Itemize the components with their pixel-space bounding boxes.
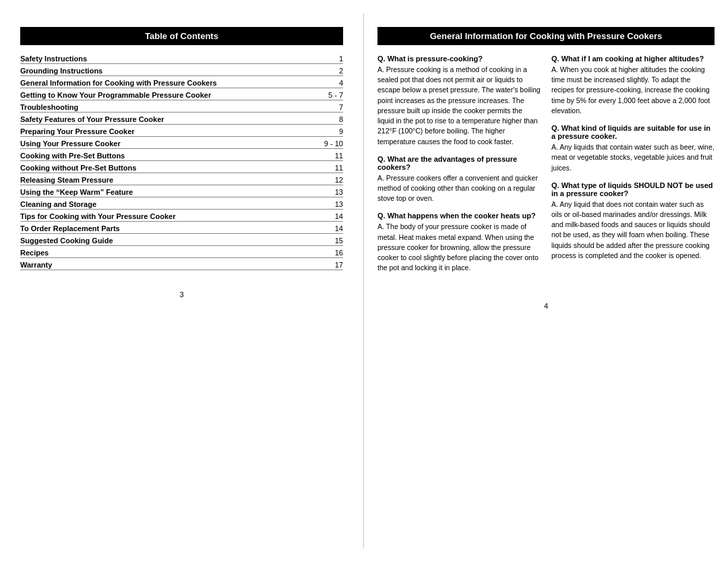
toc-item-page: 13	[332, 188, 343, 196]
toc-list: Safety Instructions1Grounding Instructio…	[20, 55, 343, 270]
toc-item: Cooking without Pre-Set Buttons11	[20, 164, 343, 173]
toc-item-label: Using Your Pressure Cooker	[20, 139, 322, 148]
right-page: General Information for Cooking with Pre…	[364, 13, 728, 549]
toc-item: Safety Instructions1	[20, 55, 343, 64]
toc-item: Grounding Instructions2	[20, 67, 343, 76]
toc-item: Getting to Know Your Programmable Pressu…	[20, 91, 343, 100]
toc-item-label: Troubleshooting	[20, 103, 336, 111]
toc-item-label: Preparing Your Pressure Cooker	[20, 127, 336, 135]
qa-answer: A. Pressure cookers offer a convenient a…	[377, 173, 541, 204]
toc-item-label: Cleaning and Storage	[20, 200, 332, 208]
toc-item-label: Safety Features of Your Pressure Cooker	[20, 115, 336, 123]
qa-block-0-0: Q. What is pressure-cooking?A. Pressure …	[377, 55, 541, 147]
toc-item: Cooking with Pre-Set Buttons11	[20, 152, 343, 161]
toc-item-label: Warranty	[20, 261, 332, 269]
toc-item-label: Safety Instructions	[20, 55, 336, 63]
qa-answer: A. The body of your pressure cooker is m…	[377, 222, 541, 273]
toc-item-label: Tips for Cooking with Your Pressure Cook…	[20, 212, 332, 220]
toc-item: Warranty17	[20, 261, 343, 270]
toc-item-page: 2	[336, 67, 343, 75]
qa-question: Q. What kind of liquids are suitable for…	[551, 124, 715, 140]
toc-item-page: 15	[332, 237, 343, 245]
toc-item-label: Using the “Keep Warm” Feature	[20, 188, 332, 196]
toc-item: Tips for Cooking with Your Pressure Cook…	[20, 212, 343, 222]
toc-item-page: 11	[332, 164, 343, 172]
toc-item: To Order Replacement Parts14	[20, 224, 343, 234]
toc-item-label: Recipes	[20, 249, 332, 257]
toc-item: Using the “Keep Warm” Feature13	[20, 188, 343, 197]
toc-item-label: Getting to Know Your Programmable Pressu…	[20, 91, 326, 99]
right-title: General Information for Cooking with Pre…	[377, 27, 715, 45]
toc-item-page: 8	[336, 115, 343, 123]
toc-item-page: 5 - 7	[326, 91, 343, 99]
qa-answer: A. When you cook at higher altitudes the…	[551, 65, 715, 116]
qa-question: Q. What if I am cooking at higher altitu…	[551, 55, 715, 63]
toc-item-label: Cooking without Pre-Set Buttons	[20, 164, 332, 172]
qa-question: Q. What type of liquids SHOULD NOT be us…	[551, 181, 715, 197]
qa-block-1-1: Q. What kind of liquids are suitable for…	[551, 124, 715, 173]
qa-column-1: Q. What if I am cooking at higher altitu…	[551, 55, 715, 282]
qa-answer: A. Any liquid that does not contain wate…	[551, 199, 715, 261]
toc-item-page: 4	[336, 79, 343, 87]
qa-block-0-1: Q. What are the advantages of pressure c…	[377, 155, 541, 204]
toc-item: Releasing Steam Pressure12	[20, 176, 343, 185]
toc-item: Troubleshooting7	[20, 103, 343, 113]
qa-block-1-0: Q. What if I am cooking at higher altitu…	[551, 55, 715, 116]
qa-columns: Q. What is pressure-cooking?A. Pressure …	[377, 55, 715, 282]
toc-item-label: Suggested Cooking Guide	[20, 237, 332, 245]
toc-item-page: 11	[332, 152, 343, 160]
toc-item-page: 17	[332, 261, 343, 269]
right-page-number: 4	[377, 302, 715, 310]
toc-item: General Information for Cooking with Pre…	[20, 79, 343, 88]
toc-item-page: 16	[332, 249, 343, 257]
qa-question: Q. What happens when the cooker heats up…	[377, 212, 541, 220]
toc-item-page: 9	[336, 127, 343, 135]
toc-item: Suggested Cooking Guide15	[20, 237, 343, 246]
qa-block-0-2: Q. What happens when the cooker heats up…	[377, 212, 541, 273]
toc-item: Using Your Pressure Cooker9 - 10	[20, 139, 343, 149]
toc-item-page: 13	[332, 200, 343, 208]
toc-item: Safety Features of Your Pressure Cooker8	[20, 115, 343, 125]
left-page: Table of Contents Safety Instructions1Gr…	[0, 13, 364, 549]
toc-item-page: 7	[336, 103, 343, 111]
toc-item: Preparing Your Pressure Cooker9	[20, 127, 343, 137]
toc-title: Table of Contents	[20, 27, 343, 45]
toc-item-label: Releasing Steam Pressure	[20, 176, 332, 184]
qa-question: Q. What are the advantages of pressure c…	[377, 155, 541, 171]
toc-item-page: 12	[332, 176, 343, 184]
qa-column-0: Q. What is pressure-cooking?A. Pressure …	[377, 55, 541, 282]
toc-item-label: To Order Replacement Parts	[20, 224, 332, 232]
qa-question: Q. What is pressure-cooking?	[377, 55, 541, 63]
qa-answer: A. Any liquids that contain water such a…	[551, 142, 715, 173]
toc-item-label: Grounding Instructions	[20, 67, 336, 75]
toc-item-page: 14	[332, 224, 343, 232]
toc-item-label: Cooking with Pre-Set Buttons	[20, 152, 332, 160]
toc-item: Recipes16	[20, 249, 343, 258]
toc-item-page: 9 - 10	[322, 139, 343, 148]
toc-item-page: 1	[336, 55, 343, 63]
qa-block-1-2: Q. What type of liquids SHOULD NOT be us…	[551, 181, 715, 261]
qa-answer: A. Pressure cooking is a method of cooki…	[377, 65, 541, 147]
left-page-number: 3	[20, 290, 343, 299]
toc-item: Cleaning and Storage13	[20, 200, 343, 210]
toc-item-label: General Information for Cooking with Pre…	[20, 79, 336, 87]
toc-item-page: 14	[332, 212, 343, 220]
